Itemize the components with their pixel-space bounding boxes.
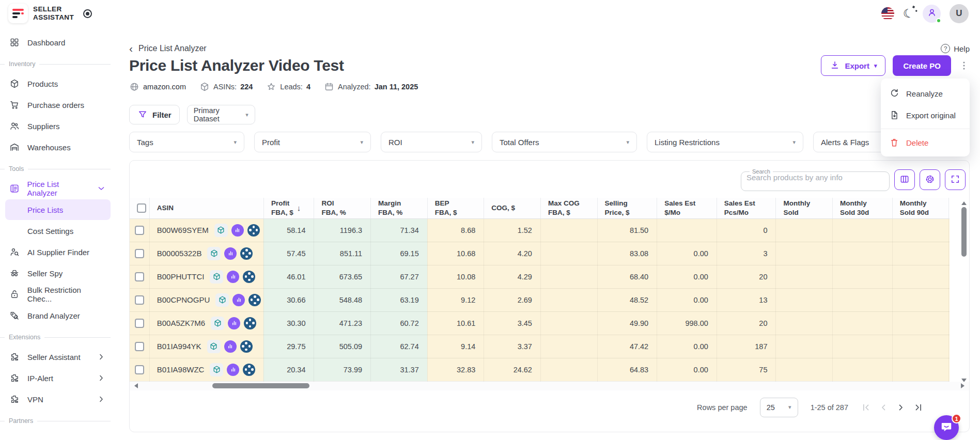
settings-button[interactable] — [920, 169, 940, 190]
filter-chip-tags[interactable]: Tags▾ — [129, 132, 244, 152]
horizontal-scroll-thumb[interactable] — [212, 383, 309, 388]
menu-item-reanalyze[interactable]: Reanalyze — [881, 83, 970, 104]
sidebar-item-warehouses[interactable]: Warehouses — [5, 137, 111, 158]
sidebar-item-cost-settings[interactable]: Cost Settings — [5, 221, 111, 241]
product-cube-icon[interactable] — [214, 224, 228, 237]
dark-mode-moon-icon[interactable]: ☾ — [902, 7, 915, 21]
column-header-roi[interactable]: ROIFBA, % — [314, 198, 371, 218]
search-input[interactable] — [746, 173, 884, 182]
sidebar-item-price-lists[interactable]: Price Lists — [5, 199, 111, 220]
row-checkbox[interactable] — [135, 365, 144, 374]
sidebar-item-purchase-orders[interactable]: Purchase orders — [5, 95, 111, 115]
sidebar-collapse-toggle[interactable] — [83, 9, 92, 18]
sales-chart-icon[interactable] — [227, 271, 239, 283]
scroll-left-arrow-icon[interactable] — [134, 383, 138, 388]
sidebar-item-products[interactable]: Products — [5, 73, 111, 94]
last-page-button[interactable] — [913, 402, 924, 413]
menu-item-export-original[interactable]: Export original — [881, 104, 970, 126]
column-header-monthly_sold[interactable]: MonthlySold — [776, 198, 833, 218]
marketplace-links-icon[interactable] — [240, 340, 253, 353]
column-header-cog[interactable]: COG, $ — [484, 198, 541, 218]
row-checkbox[interactable] — [135, 342, 144, 351]
product-cube-icon[interactable] — [211, 317, 224, 330]
language-us-flag-icon[interactable] — [881, 7, 894, 20]
column-header-clipped_col[interactable]: MSc — [949, 198, 950, 218]
filter-button[interactable]: Filter — [129, 105, 180, 124]
product-cube-icon[interactable] — [207, 340, 221, 353]
sales-chart-icon[interactable] — [227, 364, 239, 376]
sidebar-item-label: Brand Analyzer — [27, 311, 80, 320]
column-header-profit[interactable]: ProfitFBA, $↓ — [263, 198, 314, 218]
product-cube-icon[interactable] — [210, 270, 223, 284]
scroll-right-arrow-icon[interactable] — [961, 383, 965, 388]
select-all-checkbox[interactable] — [137, 203, 146, 213]
first-page-button[interactable] — [861, 402, 871, 413]
column-header-selling_price[interactable]: SellingPrice, $ — [597, 198, 657, 218]
sidebar-item-price-list-analyzer[interactable]: Price List Analyzer — [5, 178, 111, 199]
prev-page-button[interactable] — [878, 402, 889, 413]
vertical-scroll-thumb[interactable] — [961, 207, 967, 257]
sales-chart-icon[interactable] — [228, 317, 240, 329]
fullscreen-button[interactable] — [945, 169, 966, 190]
sidebar-item-ip-alert[interactable]: IP-Alert — [5, 368, 111, 388]
column-header-bep[interactable]: BEPFBA, $ — [427, 198, 484, 218]
sales-chart-icon[interactable] — [231, 224, 244, 237]
column-label-line1: Margin — [378, 199, 402, 208]
marketplace-links-icon[interactable] — [243, 271, 255, 283]
product-cube-icon[interactable] — [207, 247, 221, 260]
column-header-max_cog[interactable]: Max COGFBA, $ — [540, 198, 597, 218]
sidebar-item-ai-supplier-finder[interactable]: AI Supplier Finder — [5, 242, 111, 262]
sidebar-item-vpn[interactable]: VPN — [5, 389, 111, 410]
vertical-scrollbar[interactable] — [960, 200, 968, 384]
marketplace-links-icon[interactable] — [244, 317, 256, 329]
chat-launcher[interactable]: 1 — [934, 415, 959, 440]
horizontal-scrollbar[interactable] — [130, 382, 969, 390]
columns-button[interactable] — [894, 169, 915, 190]
cell-monthly_sold — [776, 288, 833, 311]
sales-chart-icon[interactable] — [232, 294, 245, 306]
help-link[interactable]: ? Help — [941, 44, 970, 53]
sidebar-item-brand-analyzer[interactable]: Brand Analyzer — [5, 305, 111, 326]
product-cube-icon[interactable] — [210, 363, 223, 376]
dataset-select[interactable]: Primary Dataset ▾ — [187, 105, 255, 124]
sidebar-item-dashboard[interactable]: Dashboard — [5, 32, 111, 53]
column-header-sales_est_mo[interactable]: Sales Est$/Mo — [657, 198, 717, 218]
marketplace-links-icon[interactable] — [240, 247, 253, 260]
filter-chip-total-offers[interactable]: Total Offers▾ — [492, 132, 637, 152]
product-cube-icon[interactable] — [215, 293, 229, 307]
row-checkbox[interactable] — [135, 272, 144, 281]
sales-chart-icon[interactable] — [224, 247, 237, 260]
export-button[interactable]: Export ▾ — [821, 55, 885, 76]
menu-item-delete[interactable]: Delete — [881, 132, 970, 153]
sidebar-item-suppliers[interactable]: Suppliers — [5, 116, 111, 136]
row-checkbox[interactable] — [135, 249, 144, 258]
sidebar-item-seller-spy[interactable]: Seller Spy — [5, 263, 111, 284]
column-header-monthly_sold_90d[interactable]: MonthlySold 90d — [892, 198, 949, 218]
sales-chart-icon[interactable] — [224, 340, 237, 353]
column-header-monthly_sold_30d[interactable]: MonthlySold 30d — [833, 198, 893, 218]
cell-max_cog — [540, 288, 597, 311]
filter-chip-listing-restrictions[interactable]: Listing Restrictions▾ — [647, 132, 803, 152]
breadcrumb[interactable]: ‹ Price List Analyzer — [129, 44, 207, 53]
next-page-button[interactable] — [896, 402, 906, 413]
filter-chip-profit[interactable]: Profit▾ — [254, 132, 371, 152]
sidebar-item-bulk-restriction-chec[interactable]: Bulk Restriction Chec... — [5, 284, 111, 305]
sidebar-item-seller-assistant[interactable]: Seller Assistant — [5, 347, 111, 367]
kebab-menu-icon[interactable] — [958, 60, 970, 71]
create-po-button[interactable]: Create PO — [893, 55, 951, 76]
marketplace-links-icon[interactable] — [247, 224, 260, 237]
row-checkbox[interactable] — [135, 226, 144, 235]
meta-analyzed-date: Analyzed:Jan 11, 2025 — [324, 82, 418, 92]
user-avatar[interactable]: U — [950, 4, 969, 23]
account-button[interactable] — [923, 5, 941, 23]
row-checkbox[interactable] — [135, 319, 144, 328]
column-header-asin[interactable]: ASIN — [149, 198, 263, 218]
column-header-margin[interactable]: MarginFBA, % — [371, 198, 428, 218]
marketplace-links-icon[interactable] — [243, 364, 255, 376]
column-header-sales_est_pcs[interactable]: Sales EstPcs/Mo — [717, 198, 776, 218]
filter-chip-roi[interactable]: ROI▾ — [381, 132, 482, 152]
row-checkbox[interactable] — [135, 295, 144, 305]
rows-per-page-select[interactable]: 25 ▾ — [760, 398, 798, 417]
scroll-up-arrow-icon[interactable] — [961, 201, 967, 205]
marketplace-links-icon[interactable] — [248, 294, 261, 306]
